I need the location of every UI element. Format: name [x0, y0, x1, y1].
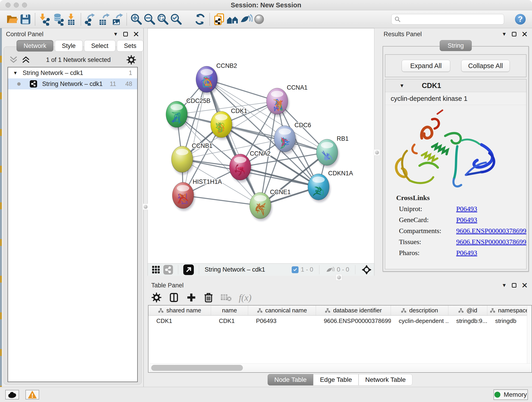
cell-shared-name[interactable]: CDK1 [148, 316, 211, 326]
network-node-CCNB1[interactable]: CCNB1 [171, 142, 213, 174]
network-canvas[interactable]: CCNB2CCNA1CDC25BCDK1CDC6RB1CCNB1CCNA2CDK… [148, 28, 374, 263]
cell-database-identifier[interactable]: 9606.ENSP00000378699 [316, 316, 391, 326]
panel-float-icon[interactable]: ▼ [113, 31, 118, 37]
export-network-button[interactable] [84, 12, 97, 26]
tab-network[interactable]: Network [17, 40, 53, 51]
import-network-button[interactable] [38, 12, 51, 26]
network-node-CDKN1A[interactable]: CDKN1A [308, 170, 353, 202]
zoom-out-button[interactable] [143, 12, 156, 26]
help-button[interactable]: ? [514, 12, 527, 26]
string-home-button[interactable] [226, 12, 239, 26]
inspect-button[interactable] [253, 12, 266, 26]
genecard-link[interactable]: P06493 [456, 216, 477, 224]
tab-edge-table[interactable]: Edge Table [313, 374, 359, 385]
scrollbar-thumb[interactable] [151, 365, 243, 371]
fit-selected-icon[interactable] [361, 264, 372, 275]
export-table-button[interactable] [97, 12, 110, 26]
column-header[interactable]: description [391, 306, 448, 315]
gear-icon[interactable] [126, 55, 136, 65]
left-panel-splitter[interactable] [144, 28, 147, 276]
panel-close-icon[interactable]: ✕ [521, 283, 528, 288]
cloud-status-button[interactable] [5, 390, 19, 400]
tab-style[interactable]: Style [55, 40, 83, 51]
tab-select[interactable]: Select [84, 40, 115, 51]
show-hide-panels-button[interactable] [239, 12, 253, 26]
open-in-browser-button[interactable] [183, 264, 194, 275]
column-header[interactable]: database identifier [316, 306, 391, 315]
delete-table-button[interactable] [220, 293, 232, 302]
tab-network-table[interactable]: Network Table [359, 374, 412, 385]
table-settings-button[interactable] [151, 292, 162, 303]
network-node-CCNB2[interactable]: CCNB2 [196, 62, 237, 95]
panel-close-icon[interactable]: ✕ [133, 32, 139, 36]
show-columns-button[interactable] [169, 292, 179, 303]
panel-float-icon[interactable]: ▼ [502, 31, 507, 37]
collapse-entry-icon[interactable]: ▼ [399, 83, 404, 89]
column-header[interactable]: canonical name [248, 306, 316, 315]
save-session-button[interactable] [19, 12, 32, 26]
export-image-button[interactable] [110, 12, 124, 26]
network-row-selected[interactable]: String Network – cdk1 11 48 [8, 78, 137, 89]
collapse-all-icon[interactable] [9, 56, 18, 64]
tree-expand-icon[interactable]: ▼ [13, 70, 18, 76]
refresh-network-button[interactable] [193, 12, 207, 26]
column-header[interactable]: name [211, 306, 248, 315]
delete-column-button[interactable] [203, 292, 214, 303]
collapse-all-button[interactable]: Collapse All [461, 60, 510, 72]
cell-name[interactable]: CDK1 [211, 316, 248, 326]
equation-builder-button[interactable]: f(x) [239, 292, 252, 303]
pharos-link[interactable]: P06493 [456, 249, 477, 257]
table-row[interactable]: CDK1 CDK1 P06493 9606.ENSP00000378699 cy… [148, 316, 532, 326]
import-network-from-database-button[interactable] [51, 12, 65, 26]
uniprot-link[interactable]: P06493 [456, 205, 477, 213]
add-column-button[interactable] [186, 292, 196, 303]
cell-id[interactable]: stringdb:9... [448, 316, 487, 326]
clone-network-button[interactable] [213, 12, 226, 26]
cell-namespace[interactable]: stringdb [487, 316, 532, 326]
splitter-handle[interactable] [374, 149, 380, 156]
tab-node-table[interactable]: Node Table [268, 374, 313, 385]
network-node-HIST1H1A[interactable]: HIST1H1A [172, 178, 222, 211]
column-header[interactable]: @id [448, 306, 487, 315]
birdseye-grid-button[interactable] [152, 265, 161, 274]
import-table-button[interactable] [65, 12, 78, 26]
entry-header[interactable]: ▼ CDK1 [385, 79, 526, 92]
zoom-in-button[interactable] [130, 12, 143, 26]
network-graph[interactable]: CCNB2CCNA1CDC25BCDK1CDC6RB1CCNB1CCNA2CDK… [148, 28, 374, 263]
cell-description[interactable]: cyclin-dependent ... [391, 316, 448, 326]
panel-close-icon[interactable]: ✕ [521, 32, 528, 36]
horizontal-scrollbar[interactable] [149, 364, 531, 372]
panel-undock-icon[interactable] [512, 32, 516, 36]
splitter-handle[interactable] [336, 274, 342, 281]
vertical-scrollbar[interactable] [527, 306, 532, 364]
expand-all-icon[interactable] [21, 56, 31, 64]
table-panel-splitter[interactable] [144, 276, 532, 279]
network-node-RB1[interactable]: RB1 [317, 135, 349, 167]
cell-canonical-name[interactable]: P06493 [248, 316, 316, 326]
network-collection-row[interactable]: ▼ String Network – cdk1 1 [8, 67, 137, 78]
open-session-button[interactable] [6, 12, 19, 26]
network-node-CCNE1[interactable]: CCNE1 [249, 188, 291, 221]
network-node-CDK1[interactable]: CDK1 [210, 107, 247, 140]
panel-undock-icon[interactable] [512, 283, 516, 288]
warnings-button[interactable] [25, 390, 39, 400]
network-node-CDC25B[interactable]: CDC25B [166, 97, 210, 129]
column-header[interactable]: shared name [148, 306, 211, 315]
network-node-CDC6[interactable]: CDC6 [274, 121, 311, 154]
selected-checkbox[interactable] [292, 266, 298, 273]
tab-sets[interactable]: Sets [117, 40, 143, 51]
column-header[interactable]: namespace [487, 306, 532, 315]
panel-undock-icon[interactable] [123, 32, 128, 36]
compartments-link[interactable]: 9606.ENSP00000378699 [456, 227, 526, 235]
panel-float-icon[interactable]: ▼ [502, 282, 507, 288]
network-edge-CCNB2-CCNE1[interactable] [207, 79, 260, 206]
search-input[interactable] [403, 16, 501, 23]
right-panel-splitter[interactable] [374, 28, 380, 276]
expand-all-button[interactable]: Expand All [402, 60, 450, 72]
tissues-link[interactable]: 9606.ENSP00000378699 [456, 238, 526, 246]
tab-string[interactable]: String [440, 40, 472, 51]
string-panel-button[interactable] [163, 265, 173, 274]
zoom-fit-button[interactable] [156, 12, 170, 26]
memory-button[interactable]: Memory [494, 389, 528, 400]
zoom-selected-button[interactable] [170, 12, 183, 26]
